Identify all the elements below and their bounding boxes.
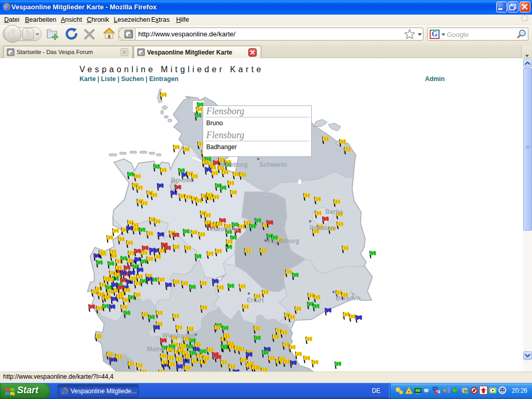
svg-text:Mainz: Mainz (147, 345, 164, 353)
svg-text:Potsdam: Potsdam (310, 224, 336, 232)
svg-text:Wiesbaden: Wiesbaden (162, 332, 195, 339)
svg-text:Schwerin: Schwerin (259, 161, 287, 168)
svg-text:Hamburg: Hamburg (220, 161, 248, 168)
svg-text:Berlin: Berlin (325, 208, 343, 216)
svg-text:Dresden: Dresden (336, 295, 361, 302)
svg-text:Hannover: Hannover (210, 225, 240, 233)
svg-text:Erfurt: Erfurt (247, 297, 264, 304)
svg-text:Bremen: Bremen (171, 177, 194, 184)
svg-text:Magdeburg: Magdeburg (265, 237, 299, 245)
